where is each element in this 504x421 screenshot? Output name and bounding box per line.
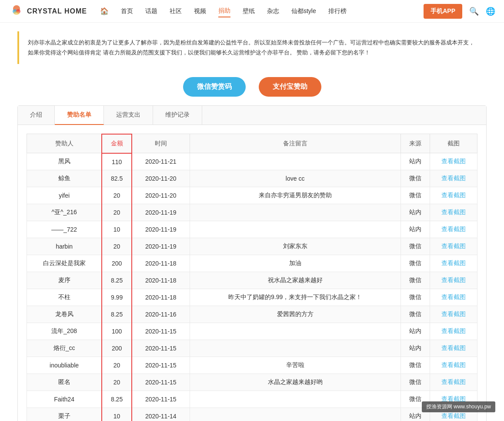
cell-amount: 100 bbox=[102, 323, 132, 340]
tab-maintenance[interactable]: 维护记录 bbox=[153, 106, 202, 125]
cell-source: 站内 bbox=[401, 221, 430, 238]
col-donor: 赞助人 bbox=[27, 134, 102, 153]
table-row: Faith24 8.25 2020-11-15 微信 查看截图 bbox=[27, 391, 477, 408]
tabs: 介绍 赞助名单 运营支出 维护记录 bbox=[18, 106, 486, 125]
cell-source: 微信 bbox=[401, 289, 430, 306]
cell-amount: 110 bbox=[102, 153, 132, 170]
cell-amount: 8.25 bbox=[102, 306, 132, 323]
logo[interactable]: CRYSTAL HOME bbox=[9, 3, 87, 19]
nav-item-style[interactable]: 仙都style bbox=[291, 6, 316, 17]
nav-item-community[interactable]: 社区 bbox=[170, 6, 182, 17]
cell-donor: 不柱 bbox=[27, 289, 102, 306]
cell-message: 加油 bbox=[190, 255, 401, 272]
table-wrap: 赞助人 金额 时间 备注留言 来源 截图 黑风 110 2020-11-21 站… bbox=[18, 125, 486, 421]
nav-item-video[interactable]: 视频 bbox=[194, 6, 206, 17]
nav-item-home[interactable]: 首页 bbox=[121, 6, 133, 17]
cell-donor: 麦序 bbox=[27, 272, 102, 289]
cell-time: 2020-11-18 bbox=[132, 255, 190, 272]
table-row: yifei 20 2020-11-20 来自亦非穷逼男朋友的赞助 微信 查看截图 bbox=[27, 187, 477, 204]
cell-time: 2020-11-21 bbox=[132, 153, 190, 170]
wechat-button[interactable]: 微信赞赏码 bbox=[183, 77, 246, 97]
nav-item-donate[interactable]: 捐助 bbox=[218, 5, 230, 17]
cell-message: 刘家东东 bbox=[190, 238, 401, 255]
cell-time: 2020-11-16 bbox=[132, 306, 190, 323]
table-row: 栗子 10 2020-11-14 站内 查看截图 bbox=[27, 408, 477, 421]
cell-message: 爱茜茜的方方 bbox=[190, 306, 401, 323]
nav-icon-home: 🏠 bbox=[100, 7, 109, 15]
cell-screenshot[interactable]: 查看截图 bbox=[430, 204, 477, 221]
cell-time: 2020-11-15 bbox=[132, 357, 190, 374]
cell-screenshot[interactable]: 查看截图 bbox=[430, 255, 477, 272]
cell-screenshot[interactable]: 查看截图 bbox=[430, 238, 477, 255]
alipay-button[interactable]: 支付宝赞助 bbox=[259, 77, 321, 97]
svg-point-3 bbox=[13, 11, 20, 15]
cell-time: 2020-11-20 bbox=[132, 187, 190, 204]
cell-message: 水晶之家越来越好哟 bbox=[190, 374, 401, 391]
cell-time: 2020-11-19 bbox=[132, 204, 190, 221]
cell-source: 站内 bbox=[401, 204, 430, 221]
table-row: 鲸鱼 82.5 2020-11-20 love cc 微信 查看截图 bbox=[27, 170, 477, 187]
cell-donor: 白云深处是我家 bbox=[27, 255, 102, 272]
cell-screenshot[interactable]: 查看截图 bbox=[430, 306, 477, 323]
cell-screenshot[interactable]: 查看截图 bbox=[430, 187, 477, 204]
phone-app-button[interactable]: 手机APP bbox=[424, 4, 462, 19]
cell-message: 祝水晶之家越来越好 bbox=[190, 272, 401, 289]
search-icon[interactable]: 🔍 bbox=[469, 7, 479, 16]
nav-item-rank[interactable]: 排行榜 bbox=[328, 6, 347, 17]
cell-screenshot[interactable]: 查看截图 bbox=[430, 374, 477, 391]
cell-donor: ——_722 bbox=[27, 221, 102, 238]
col-source: 来源 bbox=[401, 134, 430, 153]
col-message: 备注留言 bbox=[190, 134, 401, 153]
table-row: 白云深处是我家 200 2020-11-18 加油 微信 查看截图 bbox=[27, 255, 477, 272]
logo-text: CRYSTAL HOME bbox=[27, 7, 87, 15]
cell-source: 站内 bbox=[401, 153, 430, 170]
cell-message: 昨天中了奶罐的9.99，来支持一下我们水晶之家！ bbox=[190, 289, 401, 306]
cell-donor: harbin bbox=[27, 238, 102, 255]
cell-screenshot[interactable]: 查看截图 bbox=[430, 323, 477, 340]
cell-screenshot[interactable]: 查看截图 bbox=[430, 289, 477, 306]
table-row: inoubliable 20 2020-11-15 辛苦啦 微信 查看截图 bbox=[27, 357, 477, 374]
tab-operations[interactable]: 运营支出 bbox=[104, 106, 153, 125]
cell-time: 2020-11-14 bbox=[132, 408, 190, 421]
globe-icon[interactable]: 🌐 bbox=[486, 7, 495, 16]
cell-source: 微信 bbox=[401, 374, 430, 391]
cell-amount: 20 bbox=[102, 238, 132, 255]
col-screenshot: 截图 bbox=[430, 134, 477, 153]
banner-text: 刘亦菲水晶之家成立的初衷是为了让更多人了解亦菲，因为是粉丝自发筹建的公益性平台。… bbox=[17, 31, 487, 64]
nav-item-topics[interactable]: 话题 bbox=[145, 6, 157, 17]
cell-amount: 10 bbox=[102, 221, 132, 238]
cell-source: 微信 bbox=[401, 306, 430, 323]
cell-message bbox=[190, 391, 401, 408]
cell-screenshot[interactable]: 查看截图 bbox=[430, 221, 477, 238]
nav-item-magazine[interactable]: 杂志 bbox=[267, 6, 279, 17]
cell-time: 2020-11-19 bbox=[132, 221, 190, 238]
cell-message: love cc bbox=[190, 170, 401, 187]
main-nav: 🏠 首页 话题 社区 视频 捐助 壁纸 杂志 仙都style 排行榜 bbox=[100, 5, 424, 17]
tab-donors[interactable]: 赞助名单 bbox=[55, 106, 104, 125]
cell-screenshot[interactable]: 查看截图 bbox=[430, 170, 477, 187]
cell-screenshot[interactable]: 查看截图 bbox=[430, 340, 477, 357]
cell-time: 2020-11-15 bbox=[132, 374, 190, 391]
cell-screenshot[interactable]: 查看截图 bbox=[430, 153, 477, 170]
cell-amount: 9.99 bbox=[102, 289, 132, 306]
cell-message bbox=[190, 323, 401, 340]
cell-donor: 龙卷风 bbox=[27, 306, 102, 323]
cell-donor: 匿名 bbox=[27, 374, 102, 391]
watermark: 授渔资源网 www.shouyu.pw bbox=[422, 401, 495, 412]
cell-message bbox=[190, 221, 401, 238]
cell-donor: 烙衍_cc bbox=[27, 340, 102, 357]
cell-time: 2020-11-15 bbox=[132, 323, 190, 340]
cell-source: 微信 bbox=[401, 187, 430, 204]
cell-amount: 20 bbox=[102, 204, 132, 221]
cell-donor: inoubliable bbox=[27, 357, 102, 374]
cell-message bbox=[190, 204, 401, 221]
cell-screenshot[interactable]: 查看截图 bbox=[430, 357, 477, 374]
cell-amount: 200 bbox=[102, 255, 132, 272]
cell-time: 2020-11-18 bbox=[132, 272, 190, 289]
tab-intro[interactable]: 介绍 bbox=[18, 106, 55, 125]
cell-source: 微信 bbox=[401, 272, 430, 289]
cell-screenshot[interactable]: 查看截图 bbox=[430, 272, 477, 289]
cell-message: 来自亦非穷逼男朋友的赞助 bbox=[190, 187, 401, 204]
nav-item-wallpaper[interactable]: 壁纸 bbox=[243, 6, 255, 17]
cell-donor: 流年_208 bbox=[27, 323, 102, 340]
